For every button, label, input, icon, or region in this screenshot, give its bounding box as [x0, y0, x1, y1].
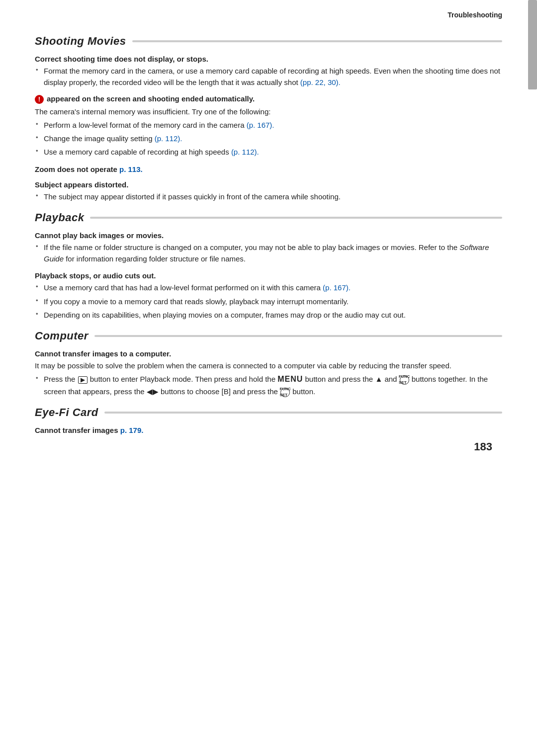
section-playback: Playback Cannot play back images or movi…: [35, 211, 502, 321]
bullet-list-shooting-time: Format the memory card in the camera, or…: [35, 65, 502, 88]
bullet-list-distorted: The subject may appear distorted if it p…: [35, 191, 502, 202]
list-item: Use a memory card that has had a low-lev…: [35, 282, 502, 293]
warning-row: ! appeared on the screen and shooting en…: [35, 94, 502, 104]
section-heading-computer: Computer: [35, 330, 502, 342]
subheading-playback-stops: Playback stops, or audio cuts out.: [35, 271, 502, 280]
bullet-list-transfer: Press the ▶ button to enter Playback mod…: [35, 373, 502, 397]
warning-text: appeared on the screen and shooting ende…: [47, 94, 255, 103]
subheading-cannot-transfer: Cannot transfer images to a computer.: [35, 349, 502, 358]
section-heading-line-playback: [90, 217, 502, 219]
section-computer: Computer Cannot transfer images to a com…: [35, 330, 502, 397]
subheading-cannot-play: Cannot play back images or movies.: [35, 231, 502, 240]
link-p113[interactable]: p. 113.: [119, 165, 143, 173]
section-eye-fi: Eye-Fi Card Cannot transfer images p. 17…: [35, 406, 502, 434]
section-heading-line-computer: [94, 335, 502, 337]
section-title-eye-fi: Eye-Fi Card: [35, 406, 98, 419]
list-item: Depending on its capabilities, when play…: [35, 309, 502, 321]
func-set-icon-2: FUNCSET: [280, 388, 290, 397]
playback-button-icon: ▶: [78, 376, 88, 384]
section-title-computer: Computer: [35, 330, 89, 342]
warning-icon: !: [35, 95, 44, 104]
section-title-shooting-movies: Shooting Movies: [35, 35, 126, 48]
bullet-list-cannot-play: If the file name or folder structure is …: [35, 242, 502, 265]
link-p179[interactable]: p. 179.: [120, 426, 144, 434]
section-heading-line: [132, 40, 503, 42]
section-heading-line-eye-fi: [104, 412, 502, 414]
section-shooting-movies: Shooting Movies Correct shooting time do…: [35, 35, 502, 202]
header-label: Troubleshooting: [448, 11, 502, 19]
subheading-cannot-transfer-eye-fi: Cannot transfer images p. 179.: [35, 426, 502, 434]
body-text-memory: The camera's internal memory was insuffi…: [35, 106, 502, 117]
func-set-icon-1: FUNCSET: [400, 375, 409, 385]
list-item: Use a memory card capable of recording a…: [35, 146, 502, 158]
subheading-correct-shooting: Correct shooting time does not display, …: [35, 55, 502, 63]
link-pp22-30[interactable]: (pp. 22, 30).: [300, 78, 341, 86]
body-text-transfer: It may be possible to solve the problem …: [35, 360, 502, 371]
section-heading-eye-fi: Eye-Fi Card: [35, 406, 502, 419]
link-p167-1[interactable]: (p. 167).: [247, 121, 274, 129]
section-title-playback: Playback: [35, 211, 84, 224]
list-item: Press the ▶ button to enter Playback mod…: [35, 373, 502, 397]
sidebar-bar: [528, 0, 537, 89]
page-number: 183: [474, 440, 492, 453]
bullet-list-memory: Perform a low-level format of the memory…: [35, 119, 502, 158]
page-wrapper: Troubleshooting Shooting Movies Correct …: [0, 0, 537, 473]
list-item: If the file name or folder structure is …: [35, 242, 502, 265]
bullet-list-playback-stops: Use a memory card that has had a low-lev…: [35, 282, 502, 321]
subheading-distorted: Subject appears distorted.: [35, 180, 502, 189]
list-item: Change the image quality setting (p. 112…: [35, 133, 502, 144]
menu-label: MENU: [277, 375, 303, 383]
subheading-zoom: Zoom does not operate p. 113.: [35, 165, 502, 173]
link-p112-1[interactable]: (p. 112).: [155, 134, 182, 143]
list-item: If you copy a movie to a memory card tha…: [35, 296, 502, 307]
list-item: Perform a low-level format of the memory…: [35, 119, 502, 131]
page-header: Troubleshooting: [448, 11, 502, 19]
list-item: Format the memory card in the camera, or…: [35, 65, 502, 88]
section-heading-shooting-movies: Shooting Movies: [35, 35, 502, 48]
link-p167-2[interactable]: (p. 167).: [323, 283, 351, 292]
list-item: The subject may appear distorted if it p…: [35, 191, 502, 202]
link-p112-2[interactable]: (p. 112).: [231, 148, 259, 156]
section-heading-playback: Playback: [35, 211, 502, 224]
